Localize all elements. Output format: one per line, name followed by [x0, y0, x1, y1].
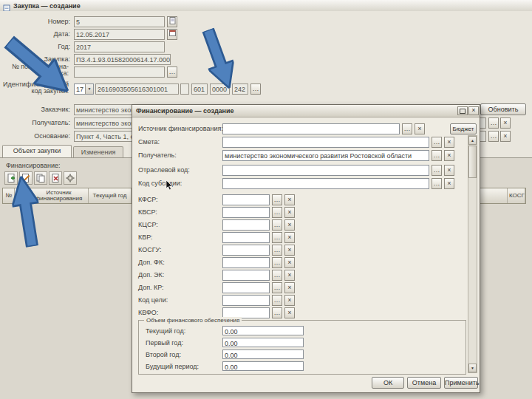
classification-clear-button[interactable]: [284, 232, 295, 243]
dlg-subsidiya-field[interactable]: [222, 178, 429, 189]
classification-clear-button[interactable]: [284, 282, 295, 293]
volume-field[interactable]: 0.00: [222, 338, 304, 347]
scrollbar-thumb[interactable]: [468, 146, 477, 178]
dlg-istochnik-clear-button[interactable]: [415, 123, 425, 134]
ok-button[interactable]: ОК: [372, 377, 404, 389]
dialog-scrollbar[interactable]: ▲ ▼: [468, 135, 477, 373]
classification-lookup-button[interactable]: [272, 194, 282, 205]
classification-label: КФСР:: [138, 197, 212, 203]
classification-lookup-button[interactable]: [272, 232, 282, 243]
refresh-button[interactable]: Обновить: [480, 103, 526, 115]
classification-field[interactable]: [222, 194, 270, 205]
plan-pos-lookup-button[interactable]: [167, 66, 177, 78]
ikz-code-field: 2616903505616301001: [95, 83, 179, 95]
volume-label: Второй год:: [146, 352, 219, 358]
classification-lookup-button[interactable]: [272, 207, 282, 218]
classification-clear-button[interactable]: [284, 270, 295, 281]
delete-financing-button[interactable]: [49, 171, 62, 185]
tab-object-zakupki[interactable]: Объект закупки: [2, 145, 72, 157]
data-label: Дата:: [0, 31, 70, 38]
plan-pos-field[interactable]: [74, 66, 165, 78]
dlg-smeta-lookup-button[interactable]: [432, 137, 442, 148]
volume-row: Второй год: 0.00: [138, 349, 463, 361]
ikz-year-combobox[interactable]: 17 ▼: [74, 83, 94, 95]
scroll-up-icon[interactable]: ▲: [468, 136, 477, 145]
osnovanie-lookup-button[interactable]: [488, 131, 499, 142]
budget-button[interactable]: Бюджет: [450, 123, 477, 134]
ikz-lookup-button[interactable]: [250, 83, 261, 95]
dlg-otraslevoy-field[interactable]: [222, 165, 429, 176]
dlg-istochnik-field[interactable]: [222, 123, 400, 134]
classification-clear-button[interactable]: [284, 307, 295, 318]
classification-rows: КФСР: КВСР: КЦСР:: [132, 194, 465, 320]
classification-clear-button[interactable]: [284, 257, 295, 268]
classification-clear-button[interactable]: [284, 194, 295, 205]
poluchatel-lookup-button[interactable]: [488, 117, 499, 129]
dlg-subsidiya-clear-button[interactable]: [444, 178, 454, 189]
volume-row: Будущий период: 0.00: [138, 361, 463, 373]
column-current-year[interactable]: Текущий год: [89, 188, 132, 203]
classification-clear-button[interactable]: [284, 295, 295, 306]
data-field[interactable]: 12.05.2017: [74, 29, 165, 40]
classification-lookup-button[interactable]: [272, 245, 282, 256]
classification-field[interactable]: [222, 245, 270, 256]
settings-financing-button[interactable]: [64, 171, 77, 185]
volume-field[interactable]: 0.00: [222, 326, 304, 335]
classification-lookup-button[interactable]: [272, 295, 282, 306]
classification-label: Доп. ЭК:: [138, 272, 212, 279]
delete-icon: [51, 174, 60, 183]
classification-label: Код цели:: [138, 297, 212, 304]
dlg-otraslevoy-lookup-button[interactable]: [432, 165, 442, 176]
classification-label: Доп. ФК:: [138, 259, 212, 266]
volume-field[interactable]: 0.00: [222, 349, 304, 359]
classification-row: Код цели:: [132, 295, 465, 307]
volume-label: Текущий год:: [146, 328, 219, 335]
cancel-button[interactable]: Отмена: [407, 377, 441, 389]
dlg-poluchatel-clear-button[interactable]: [444, 150, 454, 161]
copy-icon: [36, 174, 45, 183]
maximize-icon[interactable]: [457, 106, 468, 115]
volume-field[interactable]: 0.00: [222, 361, 304, 371]
nomer-field[interactable]: 5: [74, 16, 165, 27]
classification-lookup-button[interactable]: [272, 282, 282, 293]
apply-button[interactable]: Применить: [444, 377, 478, 389]
column-kosgu[interactable]: КОСГУ: [508, 188, 525, 203]
classification-field[interactable]: [222, 207, 270, 218]
classification-field[interactable]: [222, 295, 270, 306]
dlg-smeta-field[interactable]: [222, 137, 429, 148]
chevron-down-icon[interactable]: ▼: [85, 84, 93, 94]
dlg-subsidiya-lookup-button[interactable]: [432, 178, 442, 189]
calendar-icon[interactable]: [167, 29, 177, 40]
tab-izmeneniya[interactable]: Изменения: [73, 146, 123, 157]
dlg-istochnik-lookup-button[interactable]: [402, 123, 412, 134]
dlg-otraslevoy-clear-button[interactable]: [444, 165, 454, 176]
osnovanie-clear-button[interactable]: [500, 131, 511, 142]
poluchatel-label: Получатель:: [0, 120, 70, 126]
classification-field[interactable]: [222, 219, 270, 231]
poluchatel-clear-button[interactable]: [500, 117, 511, 129]
classification-clear-button[interactable]: [284, 207, 295, 218]
classification-lookup-button[interactable]: [272, 219, 282, 231]
dlg-smeta-clear-button[interactable]: [444, 137, 454, 148]
classification-field[interactable]: [222, 270, 270, 281]
classification-row: КФСР:: [132, 194, 465, 207]
dlg-poluchatel-label: Получатель:: [138, 152, 223, 159]
volume-label: Будущий период:: [146, 364, 219, 370]
dlg-poluchatel-field[interactable]: министерство экономического развития Рос…: [222, 150, 429, 161]
classification-clear-button[interactable]: [284, 245, 295, 256]
classification-field[interactable]: [222, 282, 270, 293]
classification-lookup-button[interactable]: [272, 270, 282, 281]
dlg-poluchatel-lookup-button[interactable]: [432, 150, 442, 161]
classification-field[interactable]: [222, 232, 270, 243]
close-icon[interactable]: ×: [468, 106, 479, 115]
copy-financing-button[interactable]: [34, 171, 47, 185]
classification-lookup-button[interactable]: [272, 307, 282, 318]
gear-icon: [66, 174, 75, 183]
classification-field[interactable]: [222, 257, 270, 268]
classification-lookup-button[interactable]: [272, 257, 282, 268]
scroll-down-icon[interactable]: ▼: [468, 364, 477, 372]
classification-row: КОСГУ:: [132, 245, 465, 257]
nomer-generate-button[interactable]: [167, 16, 177, 27]
classification-clear-button[interactable]: [284, 219, 295, 231]
classification-label: КЦСР:: [138, 222, 212, 228]
